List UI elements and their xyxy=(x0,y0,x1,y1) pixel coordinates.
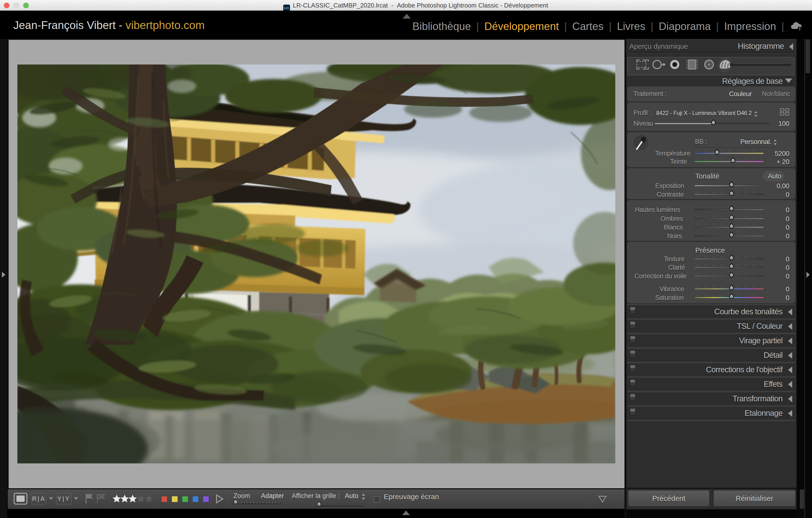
svg-text:!: ! xyxy=(799,27,801,31)
